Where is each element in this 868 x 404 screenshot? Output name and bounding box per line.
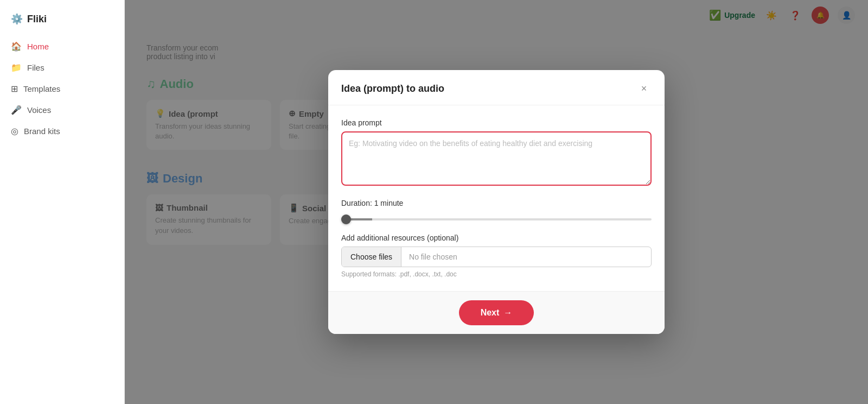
- sidebar-item-voices[interactable]: 🎤 Voices: [0, 99, 124, 121]
- sidebar-item-files[interactable]: 📁 Files: [0, 57, 124, 78]
- modal-close-button[interactable]: ×: [636, 81, 652, 96]
- duration-section: Duration: 1 minute: [341, 199, 652, 223]
- modal-header: Idea (prompt) to audio ×: [328, 70, 665, 105]
- resources-label: Add additional resources (optional): [341, 233, 652, 242]
- home-icon: 🏠: [11, 41, 22, 52]
- sidebar-item-label: Home: [27, 42, 49, 51]
- no-file-text: No file chosen: [401, 247, 651, 267]
- folder-icon: 📁: [11, 62, 22, 73]
- sidebar-item-home[interactable]: 🏠 Home: [0, 36, 124, 57]
- main-content: ✅ Upgrade ☀️ ❓ 🔔 👤 Transform your ecompr…: [125, 0, 868, 404]
- template-icon: ⊞: [11, 84, 18, 94]
- idea-prompt-textarea[interactable]: [341, 131, 652, 186]
- choose-files-button[interactable]: Choose files: [342, 247, 401, 267]
- file-input-row: Choose files No file chosen: [341, 247, 652, 267]
- arrow-right-icon: →: [503, 308, 512, 318]
- gear-icon: ⚙️: [11, 13, 23, 25]
- modal-overlay: Idea (prompt) to audio × Idea prompt Dur…: [125, 0, 868, 404]
- sidebar-item-label: Brand kits: [24, 127, 60, 136]
- next-button[interactable]: Next →: [459, 300, 534, 325]
- sidebar-item-brand-kits[interactable]: ◎ Brand kits: [0, 121, 124, 142]
- resources-section: Add additional resources (optional) Choo…: [341, 233, 652, 278]
- next-label: Next: [481, 308, 500, 318]
- idea-prompt-modal: Idea (prompt) to audio × Idea prompt Dur…: [328, 70, 665, 334]
- modal-title: Idea (prompt) to audio: [341, 83, 444, 94]
- duration-label: Duration: 1 minute: [341, 199, 652, 207]
- sidebar-item-templates[interactable]: ⊞ Templates: [0, 78, 124, 99]
- sidebar-item-label: Voices: [27, 105, 51, 115]
- sidebar-item-label: Templates: [23, 84, 60, 93]
- duration-slider-container: [341, 213, 652, 223]
- sidebar: ⚙️ Fliki 🏠 Home 📁 Files ⊞ Templates 🎤 Vo…: [0, 0, 125, 404]
- duration-slider[interactable]: [341, 218, 652, 220]
- supported-formats: Supported formats: .pdf, .docx, .txt, .d…: [341, 270, 652, 278]
- app-name: Fliki: [27, 14, 47, 25]
- modal-footer: Next →: [328, 291, 665, 334]
- sidebar-item-label: Files: [27, 63, 44, 72]
- brand-icon: ◎: [11, 126, 18, 136]
- mic-icon: 🎤: [11, 105, 22, 115]
- modal-body: Idea prompt Duration: 1 minute Add addit…: [328, 105, 665, 291]
- idea-prompt-label: Idea prompt: [341, 118, 652, 127]
- app-logo: ⚙️ Fliki: [0, 9, 124, 36]
- background-page: ⚙️ Fliki 🏠 Home 📁 Files ⊞ Templates 🎤 Vo…: [0, 0, 868, 404]
